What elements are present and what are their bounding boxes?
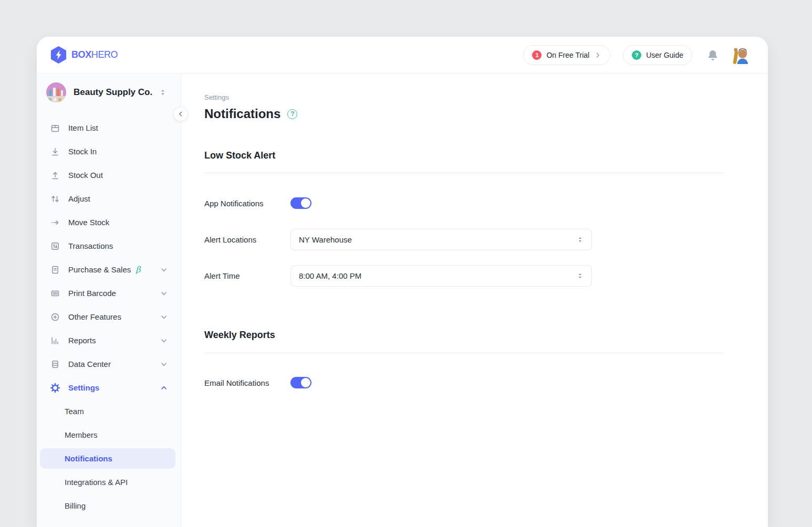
sidebar-item-transactions[interactable]: Transactions — [37, 234, 181, 258]
boxhero-wordmark: BOXHERO — [71, 49, 118, 60]
main-content: Settings Notifications ? Low Stock Alert… — [181, 73, 768, 527]
other-features-icon — [50, 312, 60, 322]
app-notifications-label: App Notifications — [204, 199, 290, 208]
weekly-reports-heading: Weekly Reports — [204, 329, 724, 341]
sidebar: Beauty Supply Co. — [37, 73, 181, 527]
collapse-left-icon — [177, 110, 184, 118]
alert-locations-label: Alert Locations — [204, 235, 290, 244]
reports-icon — [50, 336, 60, 345]
app-window: BOXHERO 1 On Free Trial ? User Guide — [37, 37, 768, 527]
sidebar-item-stock-out[interactable]: Stock Out — [37, 163, 181, 187]
sidebar-subitem-notifications[interactable]: Notifications — [40, 448, 175, 469]
select-stepper-icon — [576, 272, 584, 280]
transactions-icon — [50, 241, 60, 251]
sidebar-item-item-list[interactable]: Item List — [37, 116, 181, 140]
alert-locations-select[interactable]: NY Warehouse — [290, 229, 592, 250]
sidebar-subitem-integrations-api[interactable]: Integrations & API — [37, 470, 181, 494]
select-stepper-icon — [576, 236, 584, 244]
stock-out-icon — [50, 171, 60, 180]
chevron-right-icon — [594, 51, 601, 59]
help-circle-icon[interactable]: ? — [287, 109, 297, 119]
beta-badge: β — [136, 265, 140, 275]
free-trial-button[interactable]: 1 On Free Trial — [523, 45, 610, 65]
chevron-down-icon — [160, 289, 168, 298]
item-list-icon — [50, 123, 60, 133]
stock-in-icon — [50, 147, 60, 156]
sidebar-item-settings[interactable]: Settings — [37, 376, 181, 399]
settings-gear-icon — [50, 383, 60, 393]
sidebar-item-move-stock[interactable]: Move Stock — [37, 210, 181, 234]
chevron-down-icon — [160, 360, 168, 368]
sidebar-item-purchase-sales[interactable]: Purchase & Sales β — [37, 258, 181, 281]
breadcrumb: Settings — [204, 93, 724, 102]
email-notifications-label: Email Notifications — [204, 378, 290, 387]
email-notifications-toggle[interactable] — [290, 377, 311, 388]
top-bar-actions: 1 On Free Trial ? User Guide — [523, 45, 750, 65]
sidebar-item-stock-in[interactable]: Stock In — [37, 140, 181, 163]
page-title: Notifications — [204, 106, 280, 122]
user-guide-label: User Guide — [646, 51, 683, 59]
sidebar-subitem-billing[interactable]: Billing — [37, 494, 181, 518]
user-guide-button[interactable]: ? User Guide — [623, 45, 692, 65]
question-icon: ? — [632, 50, 641, 60]
alert-time-select[interactable]: 8:00 AM, 4:00 PM — [290, 265, 592, 287]
user-avatar[interactable] — [732, 46, 750, 64]
company-avatar — [46, 82, 66, 102]
sidebar-item-data-center[interactable]: Data Center — [37, 352, 181, 376]
company-selector[interactable]: Beauty Supply Co. — [37, 73, 181, 102]
low-stock-alert-heading: Low Stock Alert — [204, 150, 724, 161]
toggle-knob — [301, 198, 310, 208]
chevron-down-icon — [160, 313, 168, 321]
free-trial-label: On Free Trial — [546, 51, 589, 59]
sidebar-subitem-members[interactable]: Members — [37, 423, 181, 447]
adjust-icon — [50, 194, 60, 204]
app-notifications-toggle[interactable] — [290, 197, 311, 209]
chevron-up-icon — [160, 384, 168, 392]
move-stock-icon — [50, 218, 60, 227]
print-barcode-icon — [50, 289, 60, 298]
divider — [204, 173, 724, 173]
boxhero-hexagon-icon — [50, 46, 67, 64]
purchase-sales-icon — [50, 265, 60, 275]
top-bar: BOXHERO 1 On Free Trial ? User Guide — [37, 37, 768, 73]
bell-icon[interactable] — [707, 49, 719, 61]
sidebar-item-print-barcode[interactable]: Print Barcode — [37, 281, 181, 305]
chevron-down-icon — [160, 266, 168, 274]
company-name: Beauty Supply Co. — [74, 87, 152, 98]
divider — [204, 353, 724, 353]
sort-icon — [159, 88, 167, 97]
sidebar-item-adjust[interactable]: Adjust — [37, 187, 181, 210]
desktop-background: { "app": { "name_bold": "BOX", "name_lig… — [0, 0, 812, 527]
alert-locations-value: NY Warehouse — [299, 235, 352, 244]
sidebar-item-reports[interactable]: Reports — [37, 329, 181, 352]
sidebar-item-other-features[interactable]: Other Features — [37, 305, 181, 329]
data-center-icon — [50, 360, 60, 369]
trial-badge-icon: 1 — [532, 50, 542, 60]
sidebar-nav: Item List Stock In — [37, 116, 181, 518]
sidebar-subitem-team[interactable]: Team — [37, 399, 181, 423]
sidebar-collapse-button[interactable] — [173, 107, 188, 121]
boxhero-logo[interactable]: BOXHERO — [50, 46, 118, 64]
alert-time-value: 8:00 AM, 4:00 PM — [299, 271, 361, 280]
chevron-down-icon — [160, 336, 168, 345]
alert-time-label: Alert Time — [204, 271, 290, 280]
toggle-knob — [301, 378, 310, 387]
